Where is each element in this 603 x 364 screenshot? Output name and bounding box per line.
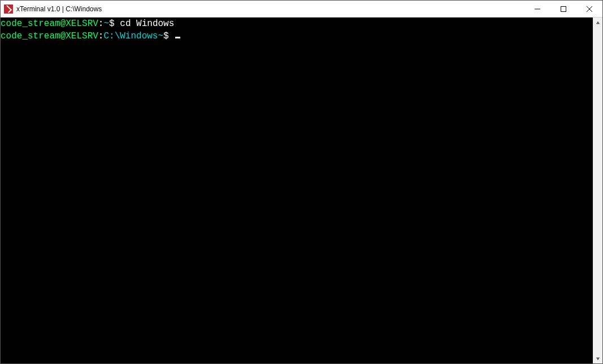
terminal-output[interactable]: code_stream@XELSRV:~$ cd Windowscode_str…: [1, 18, 593, 363]
close-button[interactable]: [576, 1, 602, 17]
prompt-at: @: [60, 19, 66, 29]
titlebar[interactable]: xTerminal v1.0 | C:\Windows: [1, 1, 602, 18]
prompt-host: XELSRV: [66, 31, 98, 41]
maximize-icon: [561, 6, 566, 12]
close-icon: [587, 6, 592, 12]
window-controls: [524, 1, 602, 17]
prompt-symbol: $: [163, 31, 169, 41]
app-icon: [4, 5, 13, 14]
chevron-down-icon: [596, 357, 600, 361]
prompt-host: XELSRV: [66, 19, 98, 29]
prompt-path: ~: [103, 19, 109, 29]
prompt-at: @: [60, 31, 66, 41]
minimize-icon: [535, 6, 540, 12]
prompt-colon: :: [98, 31, 104, 41]
maximize-button[interactable]: [550, 1, 576, 17]
svg-rect-1: [561, 6, 566, 11]
command-text: [115, 19, 120, 29]
cursor: [175, 37, 180, 38]
vertical-scrollbar[interactable]: [593, 18, 602, 363]
prompt-user: code_stream: [1, 19, 60, 29]
client-area: code_stream@XELSRV:~$ cd Windowscode_str…: [1, 18, 602, 363]
minimize-button[interactable]: [524, 1, 550, 17]
svg-marker-4: [596, 21, 599, 24]
svg-marker-5: [596, 357, 599, 360]
scroll-down-button[interactable]: [593, 354, 602, 363]
terminal-line: code_stream@XELSRV:C:\Windows~$: [1, 30, 593, 42]
terminal-line: code_stream@XELSRV:~$ cd Windows: [1, 18, 593, 30]
app-window: xTerminal v1.0 | C:\Windows code_stream@…: [0, 0, 603, 364]
scrollbar-track[interactable]: [593, 27, 602, 354]
prompt-colon: :: [98, 19, 104, 29]
prompt-path: C:\Windows~: [103, 31, 163, 41]
prompt-symbol: $: [109, 19, 115, 29]
chevron-up-icon: [596, 20, 600, 25]
window-title: xTerminal v1.0 | C:\Windows: [16, 5, 524, 13]
command-text: [169, 31, 175, 41]
scroll-up-button[interactable]: [593, 18, 602, 27]
command-text: cd Windows: [120, 19, 174, 29]
prompt-user: code_stream: [1, 31, 60, 41]
